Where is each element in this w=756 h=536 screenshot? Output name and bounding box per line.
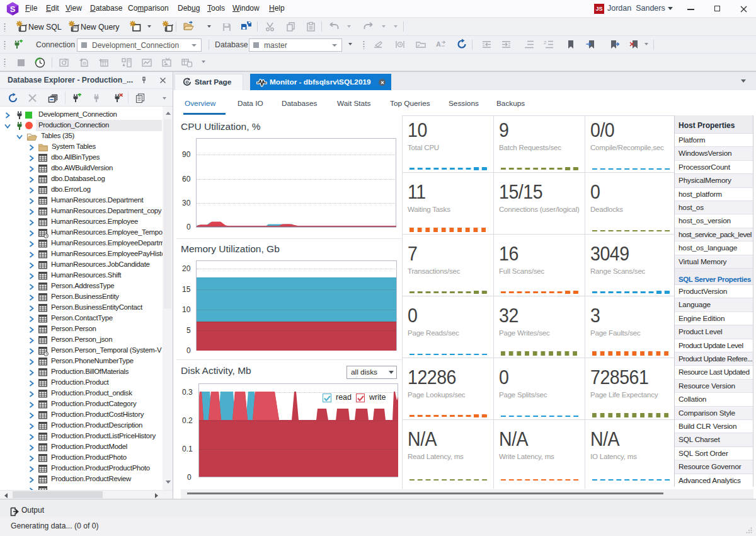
svg-text:2: 2 (544, 40, 547, 45)
svg-text:S: S (10, 4, 16, 14)
svg-text:A: A (436, 40, 441, 48)
